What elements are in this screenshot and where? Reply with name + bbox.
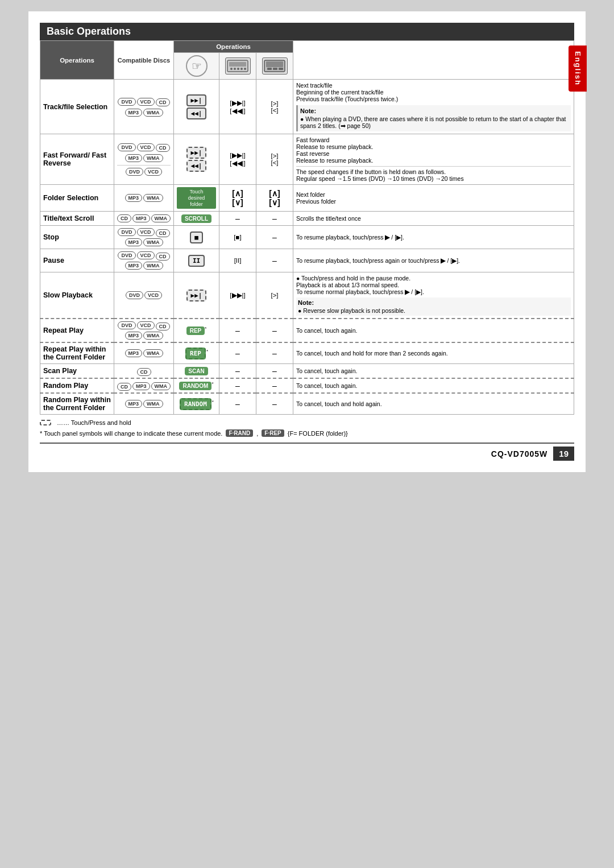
btn-next-track-touch: ▶▶| xyxy=(186,94,207,106)
touch-repeat: REP* xyxy=(174,319,219,342)
badge-vcd: VCD xyxy=(137,98,155,106)
disc-repeat-folder: MP3 WMA xyxy=(114,342,174,364)
op-label-scan: Scan Play xyxy=(40,364,114,379)
op-label-random: Random Play xyxy=(40,378,114,393)
remote2-next: [>] xyxy=(271,100,278,107)
btn-slow-touch: ▶▶| xyxy=(186,290,207,301)
disc-repeat: DVD VCD CD MP3 WMA xyxy=(114,319,174,342)
touch-random-folder: RANDOM* xyxy=(174,393,219,415)
header-compatible-discs: Compatible Discs xyxy=(114,41,174,80)
header-notes xyxy=(293,41,574,80)
notes-stop: To resume playback, touch/press ▶ / [▶]. xyxy=(293,226,574,249)
bottom-bar: CQ-VD7005W 19 xyxy=(40,443,574,461)
header-operations-span: Operations xyxy=(174,41,293,53)
notes-ff: Fast forward Release to resume playback.… xyxy=(293,134,574,185)
notes-slow: ● Touch/press and hold in the pause mode… xyxy=(293,272,574,319)
remote1-scroll: – xyxy=(219,212,256,226)
svg-rect-1 xyxy=(229,62,246,67)
svg-rect-8 xyxy=(266,61,283,67)
badge-cd: CD xyxy=(156,98,170,106)
remote2-prev: [<] xyxy=(271,107,278,114)
remote1-scan: – xyxy=(219,364,256,379)
remote2-repeat: – xyxy=(256,319,293,342)
remote2-random: – xyxy=(256,378,293,393)
table-header-operations: Operations Compatible Discs Operations xyxy=(40,41,574,53)
notes-track: Next track/file Beginning of the current… xyxy=(293,80,574,134)
remote1-random-folder: – xyxy=(219,393,256,415)
disc-stop: DVD VCD CD MP3 WMA xyxy=(114,226,174,249)
svg-point-6 xyxy=(244,68,246,70)
touch-scan: SCAN xyxy=(174,364,219,379)
op-label-stop: Stop xyxy=(40,226,114,249)
touch-track: ▶▶| ◀◀| xyxy=(174,80,219,134)
table-row: Random Play within the Current Folder MP… xyxy=(40,393,574,415)
svg-rect-9 xyxy=(267,68,272,70)
note-label: Note: xyxy=(300,108,569,114)
disc-slow: DVD VCD xyxy=(114,272,174,319)
remote1-icon xyxy=(225,57,251,75)
notes-random-folder: To cancel, touch and hold again. xyxy=(293,393,574,415)
remote1-repeat-folder: – xyxy=(219,342,256,364)
touch-repeat-folder: REP* xyxy=(174,342,219,364)
btn-stop: ■ xyxy=(190,232,203,243)
svg-point-2 xyxy=(230,68,233,70)
op-label-repeat: Repeat Play xyxy=(40,319,114,342)
notes-scroll: Scrolls the title/text once xyxy=(293,212,574,226)
header-operations: Operations xyxy=(40,41,114,80)
remote1-repeat: – xyxy=(219,319,256,342)
legend: …… Touch/Press and hold xyxy=(40,419,574,426)
btn-scan: SCAN xyxy=(185,367,208,375)
notes-random: To cancel, touch again. xyxy=(293,378,574,393)
disc-pause: DVD VCD CD MP3 WMA xyxy=(114,249,174,272)
op-label-scroll: Title/text Scroll xyxy=(40,212,114,226)
remote2-slow: [>] xyxy=(256,272,293,319)
table-row: Repeat Play within the Current Folder MP… xyxy=(40,342,574,364)
remote1-slow: [▶▶|] xyxy=(219,272,256,319)
disc-track: DVD VCD CD MP3 WMA xyxy=(114,80,174,134)
remote1-prev: [◀◀|] xyxy=(230,108,245,114)
op-label-slow: Slow Playback xyxy=(40,272,114,319)
btn-ff-touch: ▶▶| xyxy=(186,147,207,159)
operations-table: Operations Compatible Discs Operations ☞ xyxy=(40,40,574,415)
legend-dashed-box xyxy=(40,420,51,425)
page: English Basic Operations Operations Comp… xyxy=(28,11,586,472)
remote2-icon xyxy=(262,57,288,75)
disc-random-folder: MP3 WMA xyxy=(114,393,174,415)
page-number-bottom: 19 xyxy=(553,447,574,461)
btn-rep-folder: REP xyxy=(185,348,206,359)
svg-point-5 xyxy=(240,68,243,70)
disc-ff: DVD VCD CD MP3 WMA DVD xyxy=(114,134,174,185)
touch-scroll: SCROLL xyxy=(174,212,219,226)
subheader-touch: ☞ xyxy=(174,53,219,80)
remote1-ff: [▶▶|] [◀◀|] xyxy=(219,134,256,185)
touch-random: RANDOM* xyxy=(174,378,219,393)
btn-prev-track-touch: ◀◀| xyxy=(186,108,207,119)
btn-random-folder: RANDOM xyxy=(180,398,211,410)
remote2-repeat-folder: – xyxy=(256,342,293,364)
disc-scan: CD xyxy=(114,364,174,379)
op-label-pause: Pause xyxy=(40,249,114,272)
notes-folder: Next folder Previous folder xyxy=(293,185,574,212)
legend-text: …… Touch/Press and hold xyxy=(57,419,131,426)
remote1-pause: [II] xyxy=(219,249,256,272)
btn-random: RANDOM xyxy=(179,382,211,390)
btn-pause: II xyxy=(188,255,205,267)
btn-rep: REP xyxy=(186,326,205,335)
table-row: Folder Selection MP3 WMA Touch desired f… xyxy=(40,185,574,212)
remote2-folder: [∧] [∨] xyxy=(256,185,293,212)
disc-folder: MP3 WMA xyxy=(114,185,174,212)
remote1-track: [▶▶|] [◀◀|] xyxy=(219,80,256,134)
remote2-track: [>] [<] xyxy=(256,80,293,134)
table-row: Stop DVD VCD CD MP3 WMA xyxy=(40,226,574,249)
table-row: Repeat Play DVD VCD CD MP3 WMA xyxy=(40,319,574,342)
remote1-folder: [∧] [∨] xyxy=(219,185,256,212)
subheader-remote2 xyxy=(256,53,293,80)
op-label-track: Track/file Selection xyxy=(40,80,114,134)
svg-point-3 xyxy=(234,68,236,70)
f-rep-badge: F·REP xyxy=(262,429,284,437)
table-row: Scan Play CD SCAN – – To cancel, touch a… xyxy=(40,364,574,379)
btn-scroll: SCROLL xyxy=(181,214,211,223)
svg-rect-11 xyxy=(279,68,283,70)
remote2-random-folder: – xyxy=(256,393,293,415)
touch-slow: ▶▶| xyxy=(174,272,219,319)
